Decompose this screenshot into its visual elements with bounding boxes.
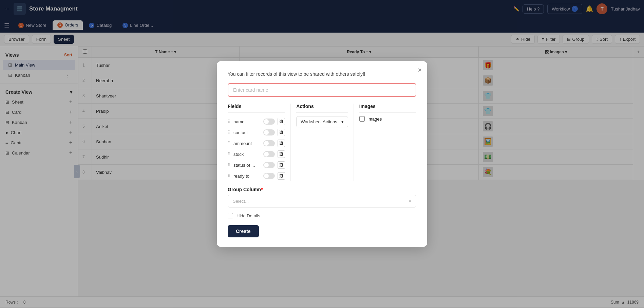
images-label: Images — [367, 116, 382, 122]
img-icon-name[interactable]: 🖼 — [278, 118, 285, 125]
actions-header: Actions — [296, 104, 348, 113]
fields-header: Fields — [228, 104, 285, 113]
group-col-select[interactable]: Select... ▾ — [228, 195, 416, 207]
select-chevron-icon: ▾ — [409, 199, 411, 204]
modal-columns: Fields ⠿ name 🖼 ⠿ contact 🖼 ⠿ ammount — [228, 104, 416, 181]
toggle-stock[interactable] — [263, 151, 275, 157]
card-name-input[interactable] — [228, 83, 416, 97]
img-icon-status[interactable]: 🖼 — [278, 161, 285, 169]
toggle-contact[interactable] — [263, 129, 275, 135]
images-column: Images Images — [354, 104, 416, 181]
field-row-ammount: ⠿ ammount 🖼 — [228, 138, 285, 149]
field-drag-contact[interactable]: ⠿ — [228, 130, 231, 135]
images-check-row: Images — [359, 116, 416, 122]
create-button[interactable]: Create — [228, 225, 259, 237]
select-placeholder: Select... — [233, 199, 249, 204]
field-drag-stock[interactable]: ⠿ — [228, 152, 231, 157]
toggle-ready[interactable] — [263, 173, 275, 179]
field-row-ready: ⠿ ready to 🖼 — [228, 170, 285, 181]
img-icon-ready[interactable]: 🖼 — [278, 172, 285, 180]
field-drag-ready[interactable]: ⠿ — [228, 174, 231, 178]
field-label-name: name — [233, 119, 261, 124]
img-icon-ammount[interactable]: 🖼 — [278, 140, 285, 147]
field-drag-name[interactable]: ⠿ — [228, 119, 231, 124]
img-icon-contact[interactable]: 🖼 — [278, 129, 285, 136]
field-label-contact: contact — [233, 130, 261, 135]
field-label-stock: stock — [233, 152, 261, 157]
create-view-modal: × You can filter records of this view to… — [217, 61, 427, 247]
field-label-ammount: ammount — [233, 141, 261, 146]
worksheet-chevron-icon: ▾ — [341, 119, 344, 124]
img-icon-stock[interactable]: 🖼 — [278, 150, 285, 158]
modal-overlay: × You can filter records of this view to… — [0, 0, 644, 307]
hide-details-checkbox[interactable] — [228, 213, 233, 218]
images-checkbox[interactable] — [359, 116, 365, 122]
required-star: * — [261, 187, 263, 192]
field-row-contact: ⠿ contact 🖼 — [228, 127, 285, 138]
field-row-name: ⠿ name 🖼 — [228, 116, 285, 127]
toggle-ammount[interactable] — [263, 140, 275, 146]
field-row-stock: ⠿ stock 🖼 — [228, 149, 285, 160]
field-drag-status[interactable]: ⠿ — [228, 163, 231, 167]
hide-details-row: Hide Details — [228, 213, 416, 218]
images-header: Images — [359, 104, 416, 113]
fields-column: Fields ⠿ name 🖼 ⠿ contact 🖼 ⠿ ammount — [228, 104, 290, 181]
actions-column: Actions Worksheet Actions ▾ — [290, 104, 353, 181]
worksheet-actions-label: Worksheet Actions — [301, 119, 337, 124]
field-label-status: status of ... — [233, 163, 261, 168]
modal-info-text: You can filter records of this view to b… — [228, 71, 416, 78]
field-drag-ammount[interactable]: ⠿ — [228, 141, 231, 146]
field-label-ready: ready to — [233, 174, 261, 179]
toggle-name[interactable] — [263, 119, 275, 125]
modal-close-button[interactable]: × — [418, 67, 422, 73]
toggle-status[interactable] — [263, 162, 275, 168]
field-row-status: ⠿ status of ... 🖼 — [228, 160, 285, 170]
hide-details-label: Hide Details — [236, 213, 260, 218]
group-col-label: Group Column* — [228, 187, 416, 192]
worksheet-actions-dropdown[interactable]: Worksheet Actions ▾ — [296, 116, 348, 127]
